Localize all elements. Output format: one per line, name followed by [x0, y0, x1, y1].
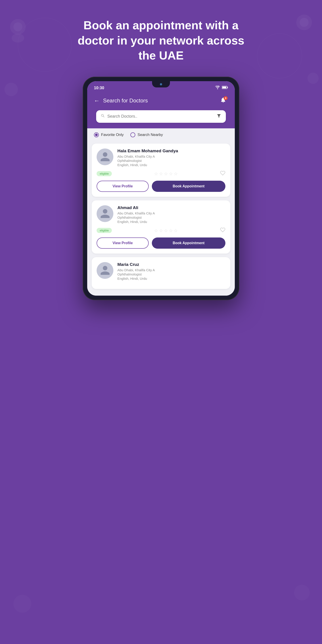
star-2-4: ☆	[169, 228, 173, 233]
star-1: ☆	[154, 171, 158, 176]
notification-badge: 9	[224, 96, 228, 100]
search-bar[interactable]	[96, 110, 226, 123]
book-appointment-button-1[interactable]: Book Appointment	[152, 181, 226, 192]
svg-point-9	[18, 18, 72, 72]
doctor-details-3: Maria Cruz Abu Dhabi, Khalifa City A Oph…	[118, 262, 226, 281]
doctor-specialty-2: Ophthalmologist	[118, 216, 226, 219]
doctor-card-1: Hala Emam Mohamed Gandya Abu Dhabi, Khal…	[92, 144, 230, 197]
doctor-info-2: Ahmad Ali Abu Dhabi, Khalifa City A Opht…	[96, 205, 226, 224]
hero-title: Book an appointment with a doctor in you…	[72, 18, 250, 63]
svg-point-4	[300, 18, 308, 27]
phone-notch	[152, 81, 170, 88]
notch-camera	[160, 83, 162, 86]
svg-point-6	[308, 73, 319, 84]
search-nearby-option[interactable]: Search Nearby	[130, 132, 163, 137]
doctor-avatar-3	[96, 262, 113, 279]
wifi-icon	[215, 86, 220, 90]
search-icon	[100, 114, 105, 119]
star-4: ☆	[169, 171, 173, 176]
card-actions-1: View Profile Book Appointment	[96, 181, 226, 192]
page-title: Search for Doctors	[103, 98, 148, 104]
view-profile-button-1[interactable]: View Profile	[96, 181, 149, 192]
svg-point-7	[14, 595, 31, 613]
status-time: 10:30	[94, 86, 104, 90]
doctor-info-1: Hala Emam Mohamed Gandya Abu Dhabi, Khal…	[96, 148, 226, 167]
doctor-card-3: Maria Cruz Abu Dhabi, Khalifa City A Oph…	[92, 257, 230, 289]
star-5: ☆	[174, 171, 178, 176]
doctor-location-2: Abu Dhabi, Khalifa City A	[118, 211, 226, 215]
card-actions-2: View Profile Book Appointment	[96, 238, 226, 249]
battery-icon	[222, 86, 228, 90]
eligible-badge-1: eligible	[96, 171, 112, 176]
phone-frame: 10:30	[83, 77, 239, 300]
star-2-2: ☆	[159, 228, 163, 233]
svg-point-10	[257, 34, 302, 78]
status-icons	[215, 86, 228, 90]
doctor-name-2: Ahmad Ali	[118, 205, 226, 210]
svg-point-1	[14, 22, 22, 31]
doctor-card-2: Ahmad Ali Abu Dhabi, Khalifa City A Opht…	[92, 200, 230, 254]
doctor-info-3: Maria Cruz Abu Dhabi, Khalifa City A Oph…	[96, 262, 226, 281]
view-profile-button-2[interactable]: View Profile	[96, 238, 149, 249]
filter-icon[interactable]	[216, 113, 222, 120]
favorite-only-option[interactable]: Favorite Only	[94, 132, 124, 137]
star-2-5: ☆	[174, 228, 178, 233]
doctor-name-1: Hala Emam Mohamed Gandya	[118, 148, 226, 154]
svg-point-3	[296, 14, 312, 30]
card-bottom-2: eligible ☆ ☆ ☆ ☆ ☆	[96, 227, 226, 234]
notification-button[interactable]: 9	[218, 96, 228, 106]
star-2-3: ☆	[164, 228, 168, 233]
doctors-list: Hala Emam Mohamed Gandya Abu Dhabi, Khal…	[87, 141, 235, 296]
doctor-name-3: Maria Cruz	[118, 262, 226, 267]
back-button[interactable]: ←	[94, 97, 100, 104]
card-bottom-1: eligible ☆ ☆ ☆ ☆ ☆	[96, 170, 226, 177]
svg-point-0	[10, 19, 26, 35]
eligible-badge-2: eligible	[96, 228, 112, 233]
favorite-heart-2[interactable]	[220, 227, 226, 234]
star-2: ☆	[159, 171, 163, 176]
search-input[interactable]	[107, 114, 216, 119]
doctor-details-2: Ahmad Ali Abu Dhabi, Khalifa City A Opht…	[118, 205, 226, 224]
doctor-languages-3: English, Hindi, Urdu	[118, 276, 226, 280]
favorite-heart-1[interactable]	[220, 170, 226, 177]
stars-2: ☆ ☆ ☆ ☆ ☆	[154, 228, 178, 233]
doctor-specialty-3: Ophthalmologist	[118, 272, 226, 276]
star-2-1: ☆	[154, 228, 158, 233]
nearby-radio[interactable]	[130, 132, 135, 137]
svg-rect-13	[222, 86, 226, 88]
svg-point-8	[294, 585, 310, 600]
favorite-label: Favorite Only	[101, 132, 124, 137]
doctor-avatar-1	[96, 148, 113, 165]
favorite-radio[interactable]	[94, 132, 99, 137]
doctor-specialty-1: Ophthalmologist	[118, 159, 226, 162]
nearby-label: Search Nearby	[138, 132, 163, 137]
doctor-languages-2: English, Hindi, Urdu	[118, 220, 226, 224]
svg-rect-12	[227, 87, 228, 88]
star-3: ☆	[164, 171, 168, 176]
doctor-location-1: Abu Dhabi, Khalifa City A	[118, 154, 226, 158]
doctor-languages-1: English, Hindi, Urdu	[118, 163, 226, 167]
svg-point-2	[12, 34, 24, 42]
app-header: ← Search for Doctors 9	[87, 92, 235, 111]
header-left: ← Search for Doctors	[94, 97, 148, 104]
phone-screen: 10:30	[87, 81, 235, 296]
search-left	[100, 114, 216, 119]
filter-options: Favorite Only Search Nearby	[87, 128, 235, 141]
doctor-location-3: Abu Dhabi, Khalifa City A	[118, 268, 226, 272]
book-appointment-button-2[interactable]: Book Appointment	[152, 238, 226, 249]
svg-point-5	[4, 83, 18, 96]
doctor-details-1: Hala Emam Mohamed Gandya Abu Dhabi, Khal…	[118, 148, 226, 167]
stars-1: ☆ ☆ ☆ ☆ ☆	[154, 171, 178, 176]
doctor-avatar-2	[96, 205, 113, 222]
